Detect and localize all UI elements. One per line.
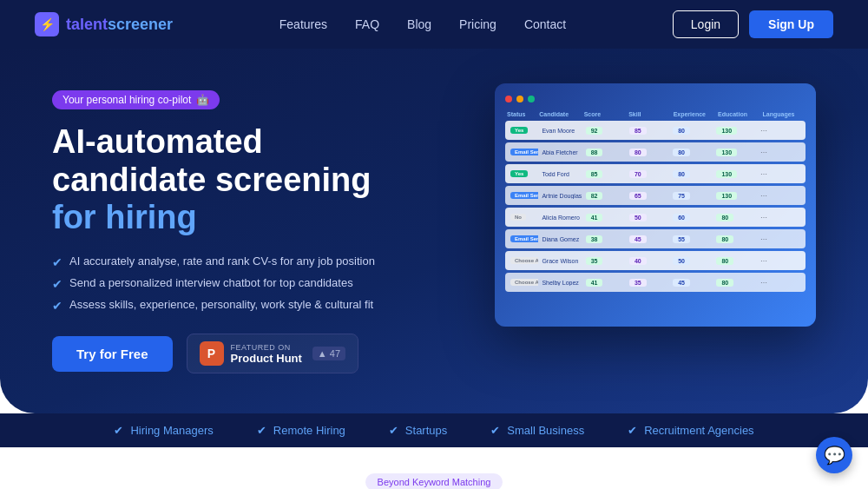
product-hunt-badge[interactable]: P FEATURED ON Product Hunt ▲ 47 — [187, 334, 359, 373]
titlebar-dot-green — [528, 96, 535, 102]
status-pill: Email Sent — [510, 192, 538, 199]
upvote-icon: ▲ — [318, 348, 327, 359]
table-row[interactable]: Yes Todd Ford 85 70 80 130 ⋯ — [505, 164, 806, 183]
cell-skill: 65 — [629, 192, 669, 200]
col-lang: Languages — [763, 111, 804, 117]
ph-count: ▲ 47 — [312, 347, 345, 360]
lower-badge: Beyond Keyword Matching — [365, 473, 503, 489]
score-pill: 41 — [586, 279, 603, 287]
edu-pill: 80 — [716, 279, 733, 287]
ph-count-value: 47 — [330, 348, 340, 359]
cell-edu: 80 — [716, 214, 756, 221]
table-row[interactable]: Email Sent Artnie Douglas 82 65 75 130 ⋯ — [505, 186, 806, 205]
bottom-label-1: Hiring Managers — [130, 424, 213, 437]
cell-name: Alicia Romero — [542, 215, 582, 221]
cell-score: 85 — [586, 170, 626, 178]
edu-pill: 80 — [716, 235, 733, 243]
hero-badge: Your personal hiring co-pilot 🤖 — [52, 90, 220, 109]
ph-label: FEATURED ON — [231, 343, 302, 352]
cell-score: 92 — [586, 127, 626, 135]
table-row[interactable]: Email Sent Diana Gomez 38 45 55 80 ⋯ — [505, 229, 806, 248]
skill-pill: 35 — [629, 279, 647, 287]
bottom-check-5: ✔ — [628, 424, 637, 437]
cell-edu: 80 — [716, 235, 756, 243]
col-exp: Experience — [674, 111, 714, 117]
skill-pill: 80 — [629, 149, 647, 156]
skill-pill: 85 — [629, 127, 647, 135]
feature-text-2: Send a personalized interview chatbot fo… — [69, 276, 353, 289]
nav-link-faq[interactable]: FAQ — [355, 17, 379, 31]
cell-status: Yes — [510, 127, 538, 134]
status-pill: Email Sent — [510, 149, 538, 155]
bottom-label-2: Remote Hiring — [273, 424, 345, 437]
table-row[interactable]: Choose Action Grace Wilson 35 40 50 80 ⋯ — [505, 251, 806, 270]
table-row[interactable]: Yes Evan Moore 92 85 80 130 ⋯ — [505, 121, 806, 140]
try-free-button[interactable]: Try for Free — [52, 336, 173, 372]
logo-accent: screener — [108, 16, 173, 33]
skill-pill: 45 — [629, 235, 647, 243]
signup-button[interactable]: Sign Up — [749, 10, 833, 38]
cell-actions: ⋯ — [760, 149, 800, 156]
edu-pill: 130 — [716, 127, 737, 135]
cell-skill: 35 — [629, 279, 669, 287]
bottom-check-1: ✔ — [114, 424, 123, 437]
feature-item-2: ✔ Send a personalized interview chatbot … — [52, 276, 416, 291]
feature-item-3: ✔ Assess skills, experience, personality… — [52, 298, 416, 313]
score-pill: 85 — [586, 170, 603, 178]
hero-features: ✔ AI accurately analyse, rate and rank C… — [52, 254, 416, 313]
chat-bubble[interactable]: 💬 — [816, 437, 852, 473]
bottom-item-1: ✔ Hiring Managers — [114, 424, 213, 437]
skill-pill: 70 — [629, 170, 647, 178]
score-pill: 41 — [586, 214, 603, 221]
mockup-rows: Yes Evan Moore 92 85 80 130 ⋯ Email Sent… — [505, 121, 806, 292]
bottom-item-2: ✔ Remote Hiring — [257, 424, 345, 437]
cell-name: Artnie Douglas — [542, 193, 582, 199]
cell-status: Choose Action — [510, 279, 538, 286]
cell-score: 88 — [586, 149, 626, 156]
cell-score: 82 — [586, 192, 626, 200]
table-row[interactable]: Email Sent Abia Fletcher 88 80 80 130 ⋯ — [505, 142, 806, 162]
status-pill: Choose Action — [510, 257, 538, 264]
nav-link-contact[interactable]: Contact — [524, 17, 566, 31]
cell-actions: ⋯ — [760, 214, 800, 221]
score-pill: 35 — [586, 257, 603, 265]
cell-status: No — [510, 214, 538, 221]
badge-text: Your personal hiring co-pilot — [62, 94, 191, 106]
exp-pill: 50 — [673, 257, 690, 265]
login-button[interactable]: Login — [673, 10, 739, 38]
score-pill: 92 — [586, 127, 603, 135]
cell-status: Choose Action — [510, 257, 538, 264]
status-pill: Email Sent — [510, 235, 538, 242]
mockup-thead: Status Candidate Score Skill Experience … — [505, 111, 806, 117]
hero-left: Your personal hiring co-pilot 🤖 AI-autom… — [52, 83, 416, 373]
cell-exp: 50 — [673, 257, 713, 265]
cell-skill: 80 — [629, 149, 669, 156]
cell-exp: 80 — [673, 149, 713, 156]
cell-actions: ⋯ — [760, 192, 800, 200]
logo: ⚡ talentscreener — [35, 12, 173, 36]
logo-main: talent — [66, 16, 108, 33]
bottom-check-2: ✔ — [257, 424, 266, 437]
cell-score: 35 — [586, 257, 626, 265]
bottom-label-3: Startups — [405, 424, 447, 437]
feature-text-1: AI accurately analyse, rate and rank CV-… — [69, 254, 375, 268]
table-row[interactable]: Choose Action Shelby Lopez 41 35 45 80 ⋯ — [505, 273, 806, 292]
cell-score: 41 — [586, 214, 626, 221]
hero-section: Your personal hiring co-pilot 🤖 AI-autom… — [0, 49, 868, 413]
bottom-item-4: ✔ Small Business — [490, 424, 584, 437]
nav-link-pricing[interactable]: Pricing — [459, 17, 496, 31]
nav-link-features[interactable]: Features — [279, 17, 327, 31]
cell-edu: 130 — [716, 192, 756, 200]
edu-pill: 80 — [716, 214, 733, 221]
chat-icon: 💬 — [824, 445, 845, 466]
table-row[interactable]: No Alicia Romero 41 50 60 80 ⋯ — [505, 208, 806, 227]
cell-score: 38 — [586, 235, 626, 243]
cell-edu: 130 — [716, 170, 756, 178]
cell-status: Email Sent — [510, 192, 538, 199]
col-skill: Skill — [628, 111, 669, 117]
cell-edu: 80 — [716, 257, 756, 265]
bottom-check-4: ✔ — [490, 424, 500, 437]
cell-edu: 130 — [716, 149, 756, 156]
nav-link-blog[interactable]: Blog — [407, 17, 431, 31]
status-pill: Yes — [510, 170, 528, 177]
